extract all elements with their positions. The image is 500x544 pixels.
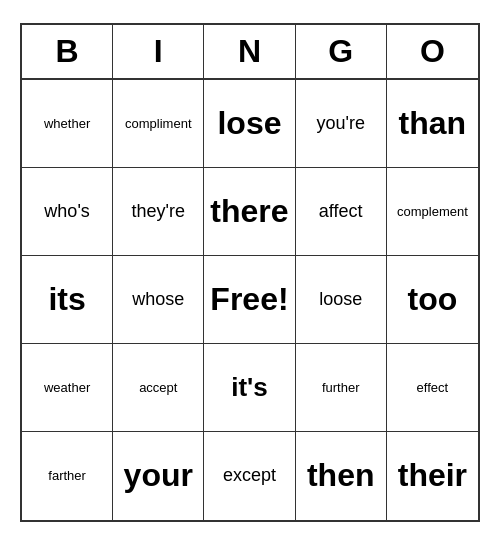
- cell-text: lose: [217, 105, 281, 142]
- cell-r3-c2: it's: [204, 344, 295, 432]
- cell-text: Free!: [210, 281, 288, 318]
- cell-r3-c1: accept: [113, 344, 204, 432]
- cell-text: than: [399, 105, 467, 142]
- cell-r0-c1: compliment: [113, 80, 204, 168]
- cell-text: your: [124, 457, 193, 494]
- cell-r0-c2: lose: [204, 80, 295, 168]
- cell-text: whose: [132, 289, 184, 310]
- cell-r1-c4: complement: [387, 168, 478, 256]
- cell-text: complement: [397, 204, 468, 219]
- cell-r2-c2: Free!: [204, 256, 295, 344]
- cell-r0-c4: than: [387, 80, 478, 168]
- cell-r2-c3: loose: [296, 256, 387, 344]
- cell-r3-c4: effect: [387, 344, 478, 432]
- header-cell: I: [113, 25, 204, 78]
- cell-text: it's: [231, 372, 268, 403]
- cell-text: whether: [44, 116, 90, 131]
- cell-text: compliment: [125, 116, 191, 131]
- cell-r1-c2: there: [204, 168, 295, 256]
- cell-text: farther: [48, 468, 86, 483]
- cell-r1-c3: affect: [296, 168, 387, 256]
- cell-text: accept: [139, 380, 177, 395]
- cell-r4-c4: their: [387, 432, 478, 520]
- cell-r1-c0: who's: [22, 168, 113, 256]
- cell-text: they're: [132, 201, 185, 222]
- cell-text: its: [48, 281, 85, 318]
- cell-text: their: [398, 457, 467, 494]
- cell-r0-c0: whether: [22, 80, 113, 168]
- cell-text: loose: [319, 289, 362, 310]
- header-cell: G: [296, 25, 387, 78]
- cell-r2-c4: too: [387, 256, 478, 344]
- cell-r3-c0: weather: [22, 344, 113, 432]
- cell-text: weather: [44, 380, 90, 395]
- cell-r3-c3: further: [296, 344, 387, 432]
- header-cell: N: [204, 25, 295, 78]
- header-cell: O: [387, 25, 478, 78]
- cell-r0-c3: you're: [296, 80, 387, 168]
- cell-r2-c0: its: [22, 256, 113, 344]
- cell-r4-c1: your: [113, 432, 204, 520]
- cell-text: except: [223, 465, 276, 486]
- bingo-grid: whethercomplimentloseyou'rethanwho'sthey…: [22, 80, 478, 520]
- header-cell: B: [22, 25, 113, 78]
- cell-text: too: [408, 281, 458, 318]
- cell-text: affect: [319, 201, 363, 222]
- cell-text: further: [322, 380, 360, 395]
- cell-text: there: [210, 193, 288, 230]
- cell-r1-c1: they're: [113, 168, 204, 256]
- cell-r4-c2: except: [204, 432, 295, 520]
- cell-r4-c3: then: [296, 432, 387, 520]
- bingo-header: BINGO: [22, 25, 478, 80]
- cell-text: then: [307, 457, 375, 494]
- cell-text: you're: [316, 113, 364, 134]
- cell-text: effect: [417, 380, 449, 395]
- cell-r4-c0: farther: [22, 432, 113, 520]
- bingo-card: BINGO whethercomplimentloseyou'rethanwho…: [20, 23, 480, 522]
- cell-text: who's: [44, 201, 89, 222]
- cell-r2-c1: whose: [113, 256, 204, 344]
